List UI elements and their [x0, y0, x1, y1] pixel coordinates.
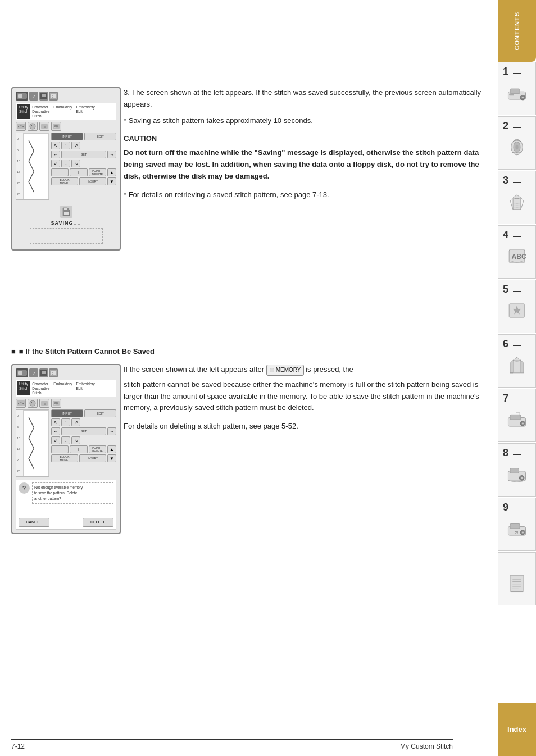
btn-se-1[interactable]: ↘	[71, 160, 80, 167]
btn-block-move-1[interactable]: BLOCKMOVE	[51, 177, 78, 185]
contents-label: CONTENTS	[514, 12, 520, 51]
btn-bar-1[interactable]: |	[51, 168, 69, 176]
btn-se-2[interactable]: ↘	[71, 436, 80, 444]
btn-sw-1[interactable]: ↙	[51, 160, 60, 167]
saving-text: SAVING....	[51, 220, 81, 226]
btn-point-delete-2[interactable]: POINTDELETE	[89, 445, 106, 453]
tab-7[interactable]: 7 —	[498, 389, 536, 442]
tab-2[interactable]: 2 —	[498, 116, 536, 170]
svg-point-3	[522, 96, 524, 98]
tab-4[interactable]: 4 — ABC	[498, 225, 536, 279]
btn-w-2[interactable]: ←	[51, 427, 60, 435]
btn-w-1[interactable]: ←	[51, 151, 60, 158]
svg-text:2: 2	[54, 125, 56, 129]
save-icon	[60, 206, 72, 218]
stitch-preview-1: 0 5 10 15 20 25	[16, 133, 49, 200]
tab-index[interactable]: Index	[498, 703, 536, 756]
spacer	[19, 504, 113, 515]
btn-set-1[interactable]: SET	[61, 151, 106, 158]
screen-top-icon-6: ?	[29, 368, 38, 377]
svg-rect-37	[18, 94, 22, 98]
screen-controls-2: INPUT EDIT ↖ ↑ ↗ ← SET → ↙	[51, 409, 116, 477]
svg-point-24	[521, 477, 523, 479]
btn-nw-1[interactable]: ↖	[51, 142, 60, 149]
btn-nw-2[interactable]: ↖	[51, 418, 60, 426]
btn-e-2[interactable]: →	[107, 427, 116, 435]
tab-9[interactable]: 9 — 2!	[498, 498, 536, 551]
contents-tab[interactable]: CONTENTS	[498, 0, 536, 62]
btn-s-2[interactable]: ↓	[61, 436, 70, 444]
svg-rect-44	[17, 124, 25, 129]
right-sidebar: CONTENTS 1 — 2 —	[498, 0, 536, 756]
svg-text:ABC: ABC	[512, 253, 526, 261]
error-message: Not enough available memoryto save the p…	[32, 482, 113, 503]
section-header-text: ■ If the Stitch Pattern Cannot Be Saved	[19, 347, 155, 356]
screen-top-icon-2: ?	[29, 92, 38, 101]
bottom-para-1: If the screen shown at the left appears …	[124, 364, 487, 376]
cancel-button[interactable]: CANCEL	[19, 518, 49, 527]
btn-up-1[interactable]: ▲	[107, 168, 116, 176]
svg-point-20	[522, 422, 524, 424]
btn-s-1[interactable]: ↓	[61, 160, 70, 167]
stitch-icon-5	[16, 399, 26, 408]
btn-ne-1[interactable]: ↗	[71, 142, 80, 149]
menu2-embroidery: Embroidery	[52, 381, 74, 395]
stitch-icon-3: +↕	[39, 122, 49, 131]
btn-n-2[interactable]: ↑	[61, 418, 70, 426]
tab-6-icon	[505, 353, 529, 377]
svg-text:+↕: +↕	[42, 125, 46, 129]
btn-edit-2[interactable]: EDIT	[84, 409, 116, 417]
tab-5[interactable]: 5 —	[498, 280, 536, 333]
btn-down-1[interactable]: ▼	[107, 177, 116, 185]
tab-10[interactable]	[498, 552, 536, 605]
btn-input-2[interactable]: INPUT	[51, 409, 83, 417]
btn-down-2[interactable]: ▼	[107, 454, 116, 462]
screen-controls-1: INPUT EDIT ↖ ↑ ↗ ← SET → ↙	[51, 133, 116, 200]
btn-input-1[interactable]: INPUT	[51, 133, 83, 140]
btn-set-2[interactable]: SET	[61, 427, 106, 435]
btn-insert-2[interactable]: INSERT	[79, 454, 106, 462]
stitch-icon-6	[28, 399, 38, 408]
stitch-icon-2	[28, 122, 38, 131]
btn-up-2[interactable]: ▲	[107, 445, 116, 453]
footer: 7-12 My Custom Stitch	[11, 739, 453, 750]
caution-title: CAUTION	[124, 133, 487, 145]
delete-button[interactable]: DELETE	[83, 518, 113, 527]
tab-5-icon	[505, 298, 529, 323]
menu-emb-edit: EmbroideryEdit	[75, 104, 97, 119]
tab-8[interactable]: 8 —	[498, 443, 536, 497]
step3-text: 3. The screen shown at the left appears.…	[124, 87, 487, 111]
btn-insert-1[interactable]: INSERT	[79, 177, 106, 185]
footer-center: My Custom Stitch	[400, 743, 453, 750]
svg-rect-55	[18, 371, 22, 375]
btn-sw-2[interactable]: ↙	[51, 436, 60, 444]
btn-e-1[interactable]: →	[107, 151, 116, 158]
svg-text:+↕: +↕	[42, 402, 46, 406]
screen-mockup-2: ? 2	[11, 364, 121, 534]
btn-n-1[interactable]: ↑	[61, 142, 70, 149]
btn-ne-2[interactable]: ↗	[71, 418, 80, 426]
screen-top-icon-7	[39, 368, 48, 377]
btn-bar2-2[interactable]: ||	[70, 445, 87, 453]
btn-point-delete-1[interactable]: POINTDELETE	[89, 168, 106, 176]
tab-3[interactable]: 3 —	[498, 171, 536, 224]
stitch-preview-2: 0 5 10 15 20 25	[16, 409, 49, 477]
tab-6[interactable]: 6 —	[498, 334, 536, 388]
tab-7-icon	[505, 407, 529, 432]
svg-rect-53	[64, 208, 67, 210]
menu-embroidery: Embroidery	[52, 104, 74, 119]
screen-body-2: 0 5 10 15 20 25	[16, 409, 116, 477]
screen-mockup-1: ? 2	[11, 87, 121, 251]
btn-bar-2[interactable]: |	[51, 445, 69, 453]
btn-block-move-2[interactable]: BLOCKMOVE	[51, 454, 78, 462]
tab-1[interactable]: 1 —	[498, 62, 536, 115]
btn-bar2-1[interactable]: ||	[70, 168, 87, 176]
svg-rect-18	[510, 415, 521, 420]
screen-top-icon-1	[16, 92, 28, 101]
content-text-bottom: If the screen shown at the left appears …	[124, 364, 487, 432]
screen-body-1: 0 5 10 15 20 25	[16, 133, 116, 200]
btn-edit-1[interactable]: EDIT	[84, 133, 116, 140]
step3-note: * Saving as stitch pattern takes approxi…	[124, 115, 487, 127]
menu2-utility-stitch: UtilityStitch	[17, 381, 30, 395]
svg-rect-30	[510, 575, 524, 591]
